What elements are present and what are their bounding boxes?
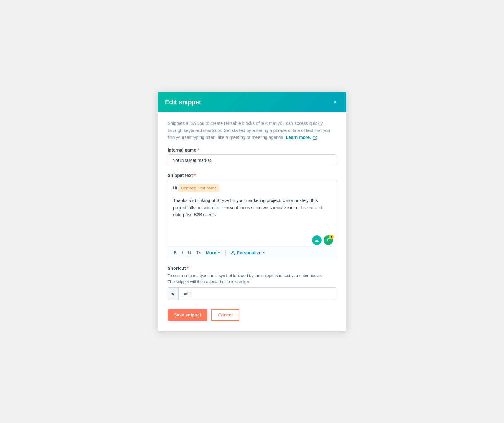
editor-paragraph: Thanks for thinking of Stryve for your m… (173, 197, 331, 218)
more-button[interactable]: More (204, 249, 222, 257)
internal-name-input[interactable] (168, 154, 336, 166)
contact-token[interactable]: Contact: First name (178, 184, 219, 192)
underline-button[interactable]: U (186, 249, 193, 257)
snippet-text-label: Snippet text * (168, 173, 336, 178)
required-star: * (198, 148, 199, 153)
description-text: Snippets allow you to create reusable bl… (168, 120, 336, 141)
shortcut-description: To use a snippet, type the # symbol foll… (168, 273, 336, 285)
tx-button[interactable]: Tx (194, 249, 203, 256)
snippet-editor[interactable]: Hi Contact: First name , Thanks for thin… (168, 180, 336, 259)
editor-toolbar: B I U Tx More (168, 246, 336, 259)
learn-more-link[interactable]: Learn more. (286, 135, 311, 140)
down-arrow-icon (314, 238, 319, 243)
line1-prefix: Hi (173, 185, 178, 190)
button-row: Save snippet Cancel (168, 309, 336, 321)
personalize-svg (231, 251, 235, 255)
modal-body: Snippets allow you to create reusable bl… (158, 112, 346, 331)
editor-line-1: Hi Contact: First name , (173, 184, 331, 192)
grammarly-icon-badge[interactable]: G 1 (324, 235, 333, 245)
editor-icons-row: G 1 (168, 234, 336, 246)
edit-snippet-modal: Edit snippet × Snippets allow you to cre… (158, 92, 346, 331)
personalize-chevron-icon (262, 252, 265, 253)
snippet-text-field-group: Snippet text * Hi Contact: First name , … (168, 173, 336, 259)
editor-content[interactable]: Hi Contact: First name , Thanks for thin… (168, 180, 336, 234)
download-icon-badge[interactable] (312, 235, 322, 245)
italic-button[interactable]: I (180, 249, 185, 257)
close-button[interactable]: × (331, 98, 339, 106)
shortcut-label: Shortcut * (168, 266, 336, 271)
toolbar-divider (225, 250, 226, 256)
personalize-button[interactable]: Personalize (229, 249, 267, 257)
required-star-3: * (187, 266, 188, 271)
line1-suffix: , (220, 185, 221, 190)
internal-name-field-group: Internal name * (168, 148, 336, 166)
more-chevron-icon (218, 252, 220, 253)
grammarly-badge-count: 1 (329, 235, 334, 239)
external-link-icon (313, 136, 317, 140)
svg-point-0 (232, 251, 233, 252)
shortcut-input-wrapper: # (168, 287, 336, 300)
save-snippet-button[interactable]: Save snippet (168, 309, 207, 321)
shortcut-prefix: # (168, 288, 179, 300)
cancel-button[interactable]: Cancel (211, 309, 239, 321)
internal-name-label: Internal name * (168, 148, 336, 153)
bold-button[interactable]: B (172, 249, 179, 257)
modal-header: Edit snippet × (158, 92, 346, 112)
modal-title: Edit snippet (165, 99, 201, 106)
shortcut-section: Shortcut * To use a snippet, type the # … (168, 266, 336, 300)
modal-overlay: Edit snippet × Snippets allow you to cre… (0, 0, 504, 423)
shortcut-input[interactable] (179, 288, 336, 299)
required-star-2: * (194, 173, 196, 178)
personalize-icon (231, 251, 235, 255)
